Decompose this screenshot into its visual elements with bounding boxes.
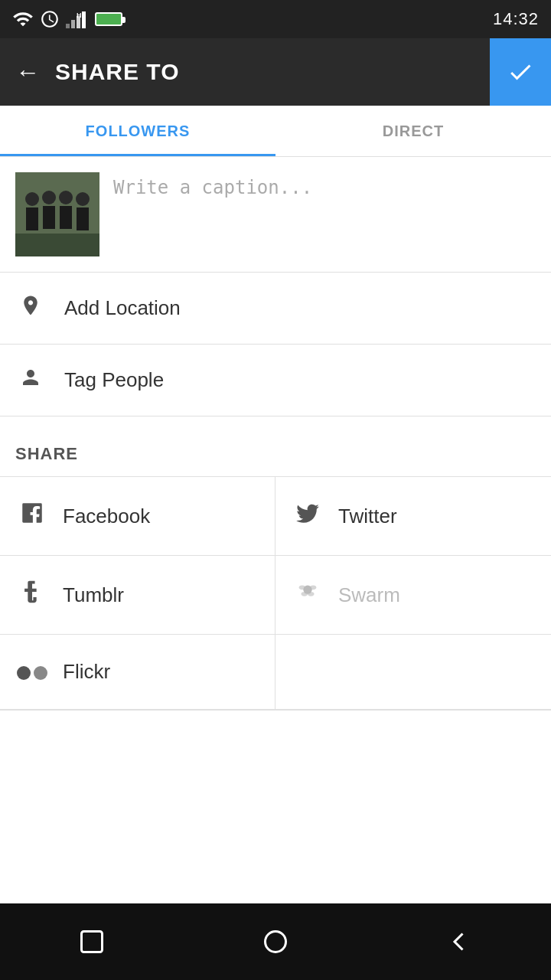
svg-point-19 [308,592,315,596]
add-location-label: Add Location [64,296,181,320]
wifi-icon [12,8,34,30]
back-button[interactable]: ← [15,58,40,87]
svg-point-12 [76,192,90,206]
svg-text:H: H [77,11,82,19]
bottom-nav [0,903,551,980]
confirm-button[interactable] [490,38,551,106]
flickr-label: Flickr [63,660,110,684]
tabs: FOLLOWERS DIRECT [0,106,551,157]
share-empty [276,635,551,710]
swarm-icon [291,579,324,611]
location-icon [15,294,46,322]
svg-point-16 [299,586,306,590]
svg-point-21 [266,932,286,952]
tab-followers[interactable]: FOLLOWERS [0,106,276,156]
share-section-header: SHARE [0,416,551,476]
status-bar: H 14:32 [0,0,551,38]
svg-rect-7 [26,207,38,230]
swarm-label: Swarm [338,583,400,607]
facebook-icon [15,500,49,532]
page-title: SHARE TO [55,59,490,85]
share-swarm[interactable]: Swarm [276,556,551,635]
status-left: H [12,8,122,30]
share-facebook[interactable]: Facebook [0,477,276,556]
tag-icon [15,366,46,394]
twitter-label: Twitter [338,505,397,528]
share-tumblr[interactable]: Tumblr [0,556,276,635]
svg-point-8 [42,191,56,204]
svg-rect-20 [82,932,103,952]
svg-rect-11 [60,206,72,229]
svg-rect-13 [77,207,89,230]
svg-point-10 [59,191,73,204]
home-button[interactable] [253,919,298,965]
back-nav-button[interactable] [436,919,482,965]
status-time: 14:32 [493,9,539,29]
tag-people-label: Tag People [64,368,164,392]
tab-direct[interactable]: DIRECT [276,106,551,156]
add-location-row[interactable]: Add Location [0,273,551,345]
svg-rect-9 [43,206,55,229]
caption-input[interactable] [113,172,536,234]
recents-button[interactable] [69,919,115,965]
svg-point-17 [310,586,317,590]
facebook-label: Facebook [63,505,150,528]
signal-icon: H [66,10,89,28]
twitter-icon [291,500,324,532]
share-twitter[interactable]: Twitter [276,477,551,556]
tumblr-icon [15,579,49,611]
toolbar: ← SHARE TO [0,38,551,106]
svg-point-18 [302,592,308,596]
status-right: 14:32 [493,9,539,29]
svg-point-6 [25,192,39,206]
check-icon [507,58,534,86]
svg-rect-14 [15,234,99,256]
clock-icon [40,9,60,29]
svg-rect-1 [71,20,75,28]
flickr-icon [15,658,49,686]
spacer [0,710,551,903]
caption-section [0,157,551,273]
tag-people-row[interactable]: Tag People [0,345,551,416]
post-thumbnail [15,172,99,256]
share-grid: Facebook Twitter Tumblr [0,477,551,710]
svg-rect-0 [66,24,70,28]
battery-icon [95,12,122,26]
share-flickr[interactable]: Flickr [0,635,276,710]
svg-rect-3 [82,11,86,28]
tumblr-label: Tumblr [63,583,124,607]
